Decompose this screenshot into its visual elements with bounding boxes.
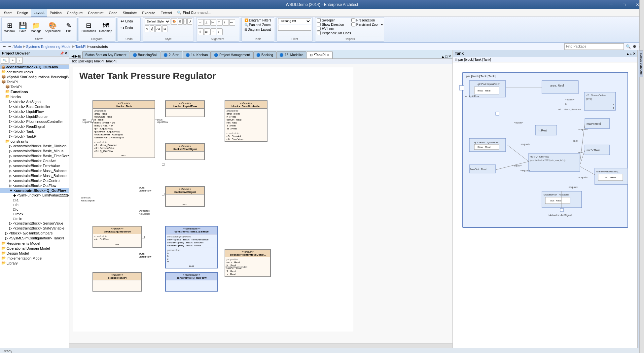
tree-item-functions[interactable]: 📂 Functions bbox=[0, 89, 69, 94]
style-underline-btn[interactable]: U bbox=[187, 18, 192, 25]
line-btn[interactable]: A̲ bbox=[150, 25, 155, 32]
style-color-btn[interactable]: 🎨 bbox=[171, 18, 177, 25]
menu-code[interactable]: Code bbox=[106, 9, 120, 17]
tree-item-basic-div[interactable]: ▷ <constraintBlock> Basic_Division bbox=[0, 144, 69, 149]
tree-item-mass-balance[interactable]: ▷ <constraintBlock> Mass_Balance bbox=[0, 168, 69, 173]
align-top-btn[interactable]: ⊤ bbox=[217, 19, 223, 26]
tab-project-mgmt[interactable]: 🔵 Project Management bbox=[211, 51, 253, 58]
align-bottom-btn[interactable]: ⊦ bbox=[223, 19, 229, 26]
tab-14-kanban[interactable]: 🔵 14. Kanban bbox=[183, 51, 211, 58]
align-left-btn[interactable]: ⊣ bbox=[198, 19, 204, 26]
block-plcontroller[interactable]: <<block>> blocks::PlcontinuousContr... p… bbox=[225, 249, 271, 277]
tab-nav-right[interactable]: ▶ bbox=[75, 54, 78, 58]
same-size-btn[interactable]: ⊞ bbox=[204, 28, 210, 35]
filtering-select[interactable]: Filtering Off bbox=[278, 18, 311, 24]
menu-design[interactable]: Design bbox=[14, 9, 31, 17]
tree-item-basic-td[interactable]: ▷ <constraintBlock> Basic_TimeDerivati..… bbox=[0, 154, 69, 159]
forward-button[interactable]: ➡ bbox=[7, 45, 12, 48]
tab-tankpi[interactable]: ⊟ *TankPI ✕ bbox=[307, 51, 333, 58]
font-btn[interactable]: Aa bbox=[155, 25, 161, 32]
tab-bouncing-ball[interactable]: 🔵 BouncingBall bbox=[130, 51, 160, 58]
sweeper-checkbox[interactable]: Sweeper bbox=[317, 18, 335, 22]
pb-search-btn[interactable]: 🔍 bbox=[1, 57, 9, 64]
breadcrumb-systems[interactable]: Systems Engineering Model bbox=[26, 45, 71, 49]
tree-item-sysmls-tankpi[interactable]: ▷ <SysMLSimConfiguration> TankPI bbox=[0, 236, 69, 241]
block-readsignal[interactable]: <<block>> blocks::ReadSignal bbox=[165, 143, 205, 160]
tree-item-operational[interactable]: 📂 Operational Domain Model bbox=[0, 246, 69, 251]
block-actsignal[interactable]: <<block>> blocks::ActSignal ∞∞ bbox=[165, 186, 205, 207]
tab-status-bars[interactable]: Status Bars on Any Element bbox=[82, 51, 129, 58]
filter-input[interactable] bbox=[278, 25, 311, 31]
redo-button[interactable]: ↪ Redo bbox=[119, 25, 139, 31]
same-h-btn[interactable]: ↕ bbox=[217, 28, 223, 35]
window-button[interactable]: ⊞ Window bbox=[3, 21, 16, 33]
tree-item-basecontroller[interactable]: ▷ <block> BaseController bbox=[0, 104, 69, 109]
tree-item-min[interactable]: □ min bbox=[0, 216, 69, 221]
tree-item-readsignal[interactable]: ▷ <block> ReadSignal bbox=[0, 124, 69, 129]
swimlanes-button[interactable]: ⊟ Swimlanes bbox=[80, 21, 97, 33]
tree-item-tankpi-block[interactable]: ▷ <block> TankPI bbox=[0, 134, 69, 139]
style-italic-btn[interactable]: I bbox=[183, 18, 187, 25]
default-style-select[interactable]: Default Style bbox=[145, 18, 170, 24]
tab-close-tankpi[interactable]: ✕ bbox=[327, 53, 330, 57]
tree-item-outcontrol[interactable]: ▷ <constraintBlock> OutControl bbox=[0, 178, 69, 183]
menu-execute[interactable]: Execute bbox=[139, 9, 158, 17]
constraint-mass-balance[interactable]: <<constraint>> constraints::Mass_Balance… bbox=[165, 226, 218, 268]
tree-item-sensorvalue[interactable]: ▷ <constraintBlock> SensorValue bbox=[0, 221, 69, 226]
menu-extend[interactable]: Extend bbox=[158, 9, 174, 17]
diagram-layout-button[interactable]: ⊟ Diagram Layout bbox=[243, 27, 272, 32]
tree-item-statevariable[interactable]: ▷ <constraintBlock> StateVariable bbox=[0, 226, 69, 231]
tree-item-simfunction[interactable]: ◆ <SimFunction> LimitValue2222(do... bbox=[0, 193, 69, 198]
diagram-area[interactable]: Water Tank Pressure Regulator <<block>> … bbox=[69, 64, 452, 343]
pb-add-btn[interactable]: + bbox=[10, 57, 16, 64]
tree-item-liquidsource[interactable]: ▷ <block> LiquidSource bbox=[0, 114, 69, 119]
align-right-btn[interactable]: ⊢ bbox=[210, 19, 216, 26]
menu-find[interactable]: 🔍 Find Command... bbox=[174, 9, 213, 17]
tab-menu-up[interactable]: ▲ bbox=[441, 54, 445, 58]
tab-close-all[interactable]: ✕ bbox=[448, 54, 451, 58]
tree-item-mass-balance-co[interactable]: ▷ <constraintBlock> Mass_Balance - Co... bbox=[0, 173, 69, 178]
tree-item-tankpi-root[interactable]: 📦 TankPI bbox=[0, 79, 69, 84]
tree-item-twotanks[interactable]: ▷ <block> twoTanksCompare bbox=[0, 231, 69, 236]
edit-button[interactable]: ✎ Edit bbox=[63, 21, 75, 33]
save-button[interactable]: 💾 Save bbox=[17, 21, 29, 33]
block-tankpi-diagram[interactable]: <<block>> blocks::TankPI bbox=[92, 272, 142, 292]
imported-values-tab[interactable]: Imported Values bbox=[639, 50, 643, 77]
tree-item-plcontroller[interactable]: ▷ <block> PlcontinuousController bbox=[0, 119, 69, 124]
settings-icon[interactable]: ⚙ bbox=[633, 44, 636, 49]
h-scrollbar-center[interactable] bbox=[69, 343, 452, 348]
tab-15-modelica[interactable]: 🔵 15. Modelica bbox=[276, 51, 306, 58]
manage-button[interactable]: 📁 Manage bbox=[29, 21, 43, 33]
roadmap-button[interactable]: 🗺 Roadmap bbox=[98, 21, 114, 33]
maximize-button[interactable]: □ bbox=[618, 0, 631, 9]
pb-close-btn[interactable]: ✕ bbox=[64, 52, 67, 55]
menu-start[interactable]: Start bbox=[1, 9, 14, 17]
tree-item-b[interactable]: □ b bbox=[0, 202, 69, 207]
tab-menu-btn[interactable]: ⊞ bbox=[78, 54, 81, 58]
tab-2-start[interactable]: 🔵 2. Start bbox=[161, 51, 182, 58]
menu-layout[interactable]: Layout bbox=[31, 9, 47, 17]
menu-simulate[interactable]: Simulate bbox=[120, 9, 140, 17]
minimize-button[interactable]: ─ bbox=[604, 0, 618, 9]
tree-item-tankpi-child[interactable]: 📦 TankPI bbox=[0, 84, 69, 89]
tree-item-max[interactable]: □ max bbox=[0, 212, 69, 216]
pb-up-btn[interactable]: ↑ bbox=[17, 57, 23, 64]
undo-button[interactable]: ↩ Undo bbox=[119, 18, 139, 24]
fill-btn[interactable]: A bbox=[145, 25, 149, 32]
tree-item-constraint-blocks[interactable]: 📂 constraintBlocks bbox=[0, 69, 69, 74]
tree-item-liquidflow[interactable]: ▷ <block> LiquidFlow bbox=[0, 109, 69, 114]
distribute-v-btn[interactable]: ⇕ bbox=[198, 28, 204, 35]
tree-item-coutact[interactable]: ▷ <constraintBlock> CoutAct bbox=[0, 159, 69, 163]
persistent-zoom-checkbox[interactable]: Persistent Zoom ▾ bbox=[351, 22, 383, 26]
block-tank[interactable]: <<block>> blocks::Tank properties area :… bbox=[92, 100, 155, 158]
block-liquidflow[interactable]: <<block>> blocks::LiquidFlow bbox=[165, 100, 205, 117]
tab-restore[interactable]: □ bbox=[445, 54, 447, 58]
menu-construct[interactable]: Construct bbox=[85, 9, 106, 17]
tree-item-tank[interactable]: ▷ <block> Tank bbox=[0, 129, 69, 134]
tree-item-blocks-folder[interactable]: 📂 blocks bbox=[0, 94, 69, 99]
tank-close-btn[interactable]: ✕ bbox=[633, 52, 635, 55]
style-bold-btn[interactable]: B bbox=[178, 18, 183, 25]
tree-item-q-outflow-top[interactable]: 📦 <constraintBlock> Q_OutFlow bbox=[0, 65, 69, 69]
pan-zoom-button[interactable]: 🔍 Pan and Zoom bbox=[243, 23, 272, 27]
same-w-btn[interactable]: ↔ bbox=[210, 28, 216, 35]
